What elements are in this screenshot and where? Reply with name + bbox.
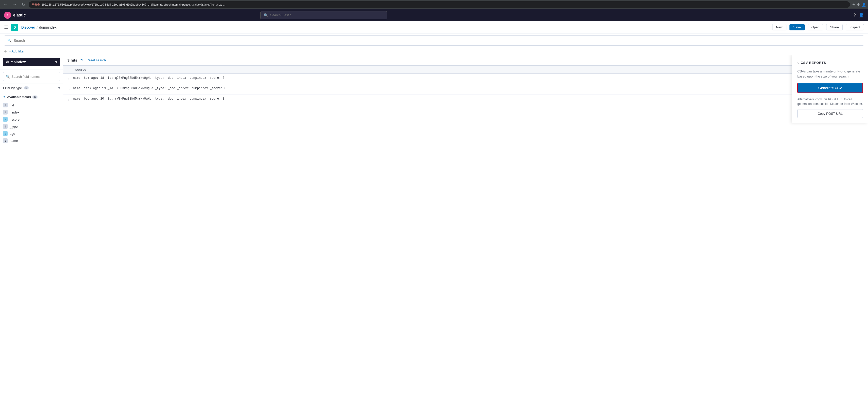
field-type-t-icon: t (3, 124, 8, 129)
field-item-score[interactable]: # _score (0, 116, 63, 123)
filter-row: ⊕ + Add filter (0, 48, 868, 55)
breadcrumb-separator: / (36, 25, 37, 29)
field-type-t-icon: t (3, 138, 8, 143)
filter-type-label: Filter by type 0 (3, 86, 29, 90)
bookmark-icon[interactable]: ★ (852, 3, 855, 7)
forward-button[interactable]: → (11, 2, 18, 7)
breadcrumb: Discover / dumpindex (21, 25, 57, 29)
field-name: _index (10, 110, 19, 114)
available-fields-toggle[interactable]: ▾ (3, 95, 6, 99)
browser-icons: ★ ⚙ 👤 (852, 3, 866, 7)
refresh-icon: ↻ (80, 58, 83, 62)
content-area: 3 hits ↻ Reset search _source › name: to… (63, 55, 868, 417)
field-name: name (10, 139, 18, 142)
security-warning: 不安全 (32, 3, 40, 7)
reset-search-button[interactable]: Reset search (86, 58, 106, 62)
open-button[interactable]: Open (808, 24, 824, 30)
field-search-input[interactable] (11, 75, 57, 78)
row-content: name: tom age: 18 _id: q28kPngB8Nd5nYNvO… (73, 76, 864, 80)
breadcrumb-parent[interactable]: Discover (21, 25, 35, 29)
row-content: name: bob age: 20 _id: rW8kPngB8Nd5nYNvO… (73, 97, 864, 101)
field-search-wrap[interactable]: 🔍 (3, 72, 60, 81)
back-button[interactable]: ← (2, 2, 9, 7)
field-item-age[interactable]: # age (0, 130, 63, 137)
global-query-icon: ⊕ (4, 50, 7, 53)
field-item-id[interactable]: t _id (0, 102, 63, 109)
address-text: 192.168.1.171:5601/app/discover#/view/17… (41, 3, 847, 6)
field-name: _type (10, 125, 18, 128)
field-type-t-icon: t (3, 110, 8, 115)
hits-count: 3 hits (67, 58, 77, 62)
field-name: age (10, 132, 15, 135)
save-button[interactable]: Save (789, 24, 805, 30)
search-bar-row: 🔍 (0, 33, 868, 48)
help-icon[interactable]: ? (854, 13, 856, 18)
row-expand-button[interactable]: › (67, 98, 70, 102)
field-item-name[interactable]: t name (0, 137, 63, 144)
main-layout: dumpindex* ▾ 🔍 Filter by type 0 ▾ ▾ Avai… (0, 55, 868, 417)
index-dropdown[interactable]: dumpindex* ▾ (3, 58, 60, 66)
row-expand-button[interactable]: › (67, 77, 70, 81)
profile-icon[interactable]: 👤 (862, 3, 866, 7)
user-icon[interactable]: 👤 (859, 13, 864, 18)
new-button[interactable]: New (772, 24, 786, 30)
header-actions: New Save Open Share Inspect (772, 24, 864, 30)
csv-description: CSVs can take a minute or two to generat… (797, 69, 863, 79)
field-type-t-icon: t (3, 103, 8, 107)
global-search-input[interactable] (270, 13, 384, 17)
csv-panel-header: ‹ CSV REPORTS (797, 60, 863, 65)
field-name: _score (10, 118, 20, 121)
available-fields-label: ▾ Available fields 6 (3, 95, 37, 99)
reload-button[interactable]: ↻ (20, 2, 27, 8)
field-list: t _id t _index # _score t _type # age t … (0, 101, 63, 145)
csv-reports-panel: ‹ CSV REPORTS CSVs can take a minute or … (792, 55, 868, 123)
elastic-logo: e elastic (4, 12, 26, 19)
csv-panel-title: CSV REPORTS (801, 61, 826, 65)
dropdown-chevron-icon: ▾ (55, 60, 57, 64)
filter-type-count: 0 (24, 86, 28, 90)
global-search-bar[interactable]: 🔍 (260, 11, 387, 19)
index-selector: dumpindex* ▾ (0, 55, 63, 69)
filter-type-chevron-icon: ▾ (58, 86, 60, 90)
kibana-topbar: e elastic 🔍 ? 👤 (0, 9, 868, 21)
field-name: _id (10, 103, 14, 107)
copy-post-url-button[interactable]: Copy POST URL (797, 109, 863, 118)
field-item-index[interactable]: t _index (0, 109, 63, 116)
table-row: › name: tom age: 18 _id: q28kPngB8Nd5nYN… (63, 74, 868, 84)
field-type-num-icon: # (3, 117, 8, 122)
results-toolbar: 3 hits ↻ Reset search (63, 55, 868, 66)
filter-by-type[interactable]: Filter by type 0 ▾ (0, 84, 63, 92)
sidebar-search: 🔍 (0, 69, 63, 84)
table-row: › name: bob age: 20 _id: rW8kPngB8Nd5nYN… (63, 95, 868, 105)
field-search-icon: 🔍 (6, 75, 10, 78)
elastic-brand-name: elastic (13, 13, 26, 18)
available-fields-count: 6 (32, 96, 37, 99)
field-type-num-icon: # (3, 131, 8, 136)
extension-icon[interactable]: ⚙ (857, 3, 860, 7)
inspect-button[interactable]: Inspect (846, 24, 864, 30)
table-row: › name: jack age: 19 _id: rG8kPngB8Nd5nY… (63, 84, 868, 95)
menu-button[interactable]: ☰ (4, 25, 8, 30)
elastic-logo-icon: e (4, 12, 11, 19)
field-item-type[interactable]: t _type (0, 123, 63, 130)
browser-bar: ← → ↻ 不安全 192.168.1.171:5601/app/discove… (0, 0, 868, 9)
csv-back-button[interactable]: ‹ (797, 60, 799, 65)
breadcrumb-current: dumpindex (39, 25, 57, 29)
row-expand-button[interactable]: › (67, 87, 70, 92)
share-button[interactable]: Share (826, 24, 843, 30)
topbar-right: ? 👤 (854, 13, 864, 18)
alternatively-text: Alternatively, copy this POST URL to cal… (797, 97, 863, 106)
add-filter-button[interactable]: + Add filter (9, 50, 25, 53)
sidebar: dumpindex* ▾ 🔍 Filter by type 0 ▾ ▾ Avai… (0, 55, 63, 417)
index-name: dumpindex* (6, 60, 26, 64)
generate-csv-button[interactable]: Generate CSV (797, 83, 863, 93)
search-input[interactable] (14, 38, 861, 42)
search-bar[interactable]: 🔍 (4, 35, 864, 45)
address-bar[interactable]: 不安全 192.168.1.171:5601/app/discover#/vie… (29, 1, 850, 8)
source-header: _source (63, 66, 868, 74)
app-icon: D (11, 24, 18, 31)
available-fields-header: ▾ Available fields 6 (0, 92, 63, 101)
search-icon: 🔍 (7, 38, 12, 42)
app-header: ☰ D Discover / dumpindex New Save Open S… (0, 21, 868, 33)
row-content: name: jack age: 19 _id: rG8kPngB8Nd5nYNv… (73, 87, 864, 90)
